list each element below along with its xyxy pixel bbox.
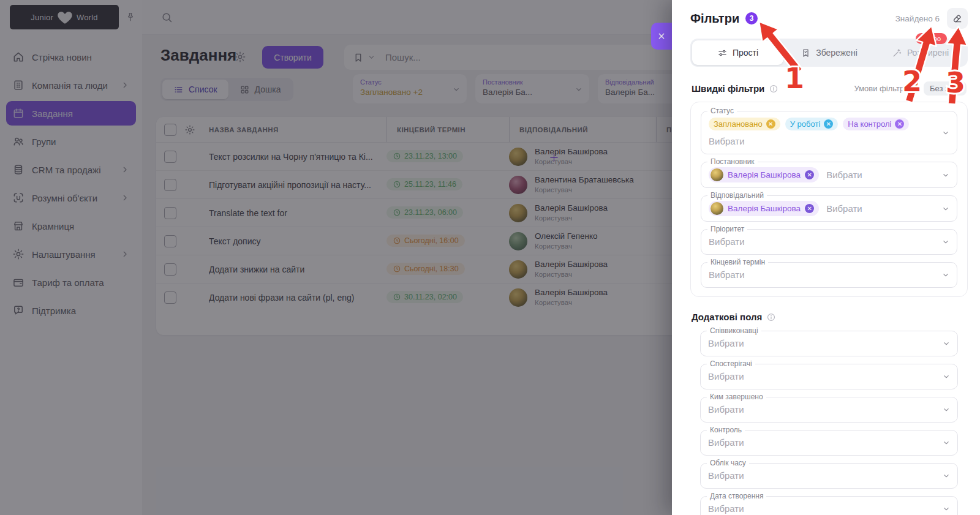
remove-chip-icon[interactable]: ✕ bbox=[766, 119, 775, 129]
wand-icon bbox=[892, 48, 902, 58]
chevron-down-icon[interactable] bbox=[942, 372, 951, 381]
additional-fields-list: Співвиконавці Вибрати Спостерігачі Вибра… bbox=[690, 331, 968, 515]
field-label: Відповідальний bbox=[707, 191, 767, 200]
select-placeholder[interactable]: Вибрати bbox=[708, 336, 937, 351]
chevron-down-icon[interactable] bbox=[941, 205, 950, 213]
select-placeholder[interactable]: Вибрати bbox=[708, 435, 937, 450]
info-icon[interactable] bbox=[769, 84, 778, 94]
field-label: Облік часу bbox=[707, 459, 749, 467]
select-placeholder[interactable]: Вибрати bbox=[708, 502, 937, 515]
select-placeholder[interactable]: Вибрати bbox=[708, 468, 937, 483]
select-placeholder[interactable]: Вибрати bbox=[709, 134, 936, 149]
field-label: Дата створення bbox=[707, 492, 766, 500]
filter-field[interactable]: Кінцевий термін Вибрати bbox=[701, 262, 957, 288]
conditions-label: Умови фільтрації: bbox=[854, 84, 919, 93]
filter-field[interactable]: Спостерігачі Вибрати bbox=[700, 364, 958, 389]
eraser-icon bbox=[952, 13, 963, 24]
status-chip: Заплановано✕ bbox=[709, 118, 780, 130]
select-placeholder[interactable]: Вибрати bbox=[709, 268, 936, 282]
select-placeholder[interactable]: Вибрати bbox=[826, 203, 862, 214]
filter-field[interactable]: Співвиконавці Вибрати bbox=[700, 331, 958, 356]
filter-field[interactable]: Дата створення Вибрати bbox=[700, 496, 958, 515]
select-placeholder[interactable]: Вибрати bbox=[708, 369, 937, 384]
chevron-down-icon[interactable] bbox=[941, 238, 950, 246]
dim-overlay bbox=[0, 0, 672, 515]
field-label: Ким завершено bbox=[707, 393, 766, 401]
chevron-down-icon[interactable] bbox=[942, 505, 951, 513]
additional-fields-header: Додаткові поля bbox=[690, 312, 968, 322]
status-chips: Заплановано✕У роботі✕На контролі✕ bbox=[709, 118, 936, 130]
soon-badge: Скоро bbox=[916, 33, 947, 44]
quick-filters-title: Швидкі фільтри bbox=[692, 83, 764, 94]
tab-simple[interactable]: Прості bbox=[692, 40, 783, 65]
person-chip: Валерія Башкірова ✕ bbox=[709, 201, 819, 216]
close-icon bbox=[657, 31, 666, 41]
chevron-down-icon[interactable] bbox=[942, 438, 951, 447]
tab-advanced-label: Розширені bbox=[907, 48, 949, 58]
conditions-value[interactable]: Без змін bbox=[924, 81, 967, 96]
sliders-icon bbox=[717, 48, 728, 58]
remove-chip-icon[interactable]: ✕ bbox=[805, 204, 814, 213]
person-avatar bbox=[710, 202, 723, 215]
chevron-down-icon[interactable] bbox=[942, 339, 951, 348]
field-label: Кінцевий термін bbox=[707, 258, 768, 266]
additional-fields-title: Додаткові поля bbox=[692, 312, 762, 322]
active-filters-count-badge: 3 bbox=[745, 12, 758, 24]
filters-title: Фільтри bbox=[690, 12, 739, 26]
chevron-down-icon[interactable] bbox=[941, 129, 950, 137]
chevron-down-icon[interactable] bbox=[941, 171, 950, 179]
select-placeholder[interactable]: Вибрати bbox=[826, 170, 862, 180]
remove-chip-icon[interactable]: ✕ bbox=[824, 119, 833, 129]
status-chip: На контролі✕ bbox=[843, 118, 909, 130]
filter-field[interactable]: Ким завершено Вибрати bbox=[700, 397, 958, 423]
app-root: Junior World Стрічка новин Компанія та л… bbox=[0, 0, 980, 515]
tab-saved-label: Збережені bbox=[816, 48, 858, 58]
chevron-down-icon[interactable] bbox=[942, 472, 951, 480]
filter-field[interactable]: Пріоритет Вибрати bbox=[701, 229, 957, 255]
clear-filters-button[interactable] bbox=[947, 8, 968, 29]
filter-field[interactable]: Контроль Вибрати bbox=[700, 430, 958, 456]
person-name: Валерія Башкірова bbox=[728, 204, 801, 213]
filters-panel: Фільтри 3 Знайдено 6 Прості Збережені bbox=[672, 0, 980, 515]
field-label: Постановник bbox=[707, 157, 758, 166]
field-label: Співвиконавці bbox=[707, 326, 761, 335]
filter-field[interactable]: Облік часу Вибрати bbox=[700, 463, 958, 489]
field-label: Контроль bbox=[707, 426, 745, 434]
filter-field-author[interactable]: Постановник Валерія Башкірова ✕ Вибрати bbox=[701, 162, 957, 188]
select-placeholder[interactable]: Вибрати bbox=[708, 402, 937, 417]
person-chip: Валерія Башкірова ✕ bbox=[709, 167, 819, 182]
tab-advanced[interactable]: Розширені bbox=[875, 40, 966, 65]
chevron-down-icon[interactable] bbox=[941, 271, 950, 279]
tab-saved[interactable]: Збережені bbox=[783, 40, 875, 65]
info-icon[interactable] bbox=[766, 312, 776, 322]
found-count: Знайдено 6 bbox=[895, 14, 940, 23]
person-avatar bbox=[710, 168, 723, 181]
remove-chip-icon[interactable]: ✕ bbox=[895, 119, 904, 129]
select-placeholder[interactable]: Вибрати bbox=[709, 235, 936, 249]
quick-filters-header: Швидкі фільтри Умови фільтрації: Без змі… bbox=[690, 81, 968, 96]
remove-chip-icon[interactable]: ✕ bbox=[805, 170, 814, 179]
field-label: Пріоритет bbox=[707, 225, 747, 233]
filter-field-status[interactable]: Статус Заплановано✕У роботі✕На контролі✕… bbox=[701, 111, 957, 154]
filters-header: Фільтри 3 Знайдено 6 bbox=[690, 0, 968, 29]
filter-field-assignee[interactable]: Відповідальний Валерія Башкірова ✕ Вибра… bbox=[701, 195, 957, 222]
field-label: Статус bbox=[707, 107, 737, 115]
quick-filters-card: Статус Заплановано✕У роботі✕На контролі✕… bbox=[690, 102, 968, 297]
filter-tabs: Прості Збережені Розширені Скоро bbox=[690, 39, 968, 67]
bookmark-check-icon bbox=[801, 48, 811, 58]
field-label: Спостерігачі bbox=[707, 359, 755, 368]
tab-simple-label: Прості bbox=[733, 48, 758, 58]
status-chip: У роботі✕ bbox=[785, 118, 839, 130]
close-panel-button[interactable] bbox=[651, 23, 672, 50]
person-name: Валерія Башкірова bbox=[728, 170, 801, 179]
chevron-down-icon[interactable] bbox=[942, 405, 951, 414]
